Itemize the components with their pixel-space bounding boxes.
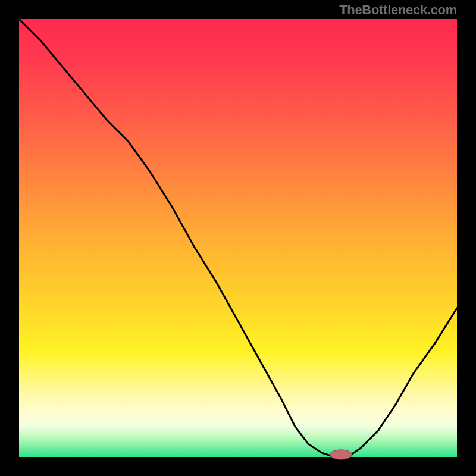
chart-svg — [19, 19, 457, 457]
plot-area — [19, 19, 457, 457]
watermark-text: TheBottleneck.com — [339, 2, 457, 18]
optimal-marker — [330, 450, 352, 459]
bottleneck-curve — [19, 19, 457, 457]
chart-frame: TheBottleneck.com — [0, 0, 476, 476]
